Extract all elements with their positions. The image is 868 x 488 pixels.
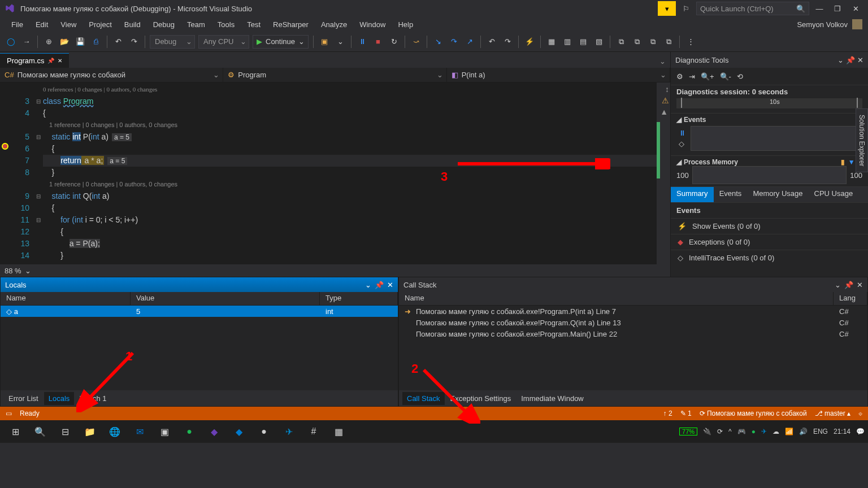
locals-grid[interactable]: ◇ a 5 int [1,306,398,390]
comment-icon[interactable]: ⧉ [646,36,659,48]
zoom-level[interactable]: 88 % [5,267,21,275]
publish-icon[interactable]: ↑ 2 [663,409,672,417]
step-out-icon[interactable]: ↗ [463,36,476,48]
avatar-icon[interactable] [852,19,862,29]
close-icon[interactable]: ✕ [387,281,393,289]
step-into-icon[interactable]: ↘ [432,36,444,48]
app-icon[interactable]: ▦ [327,421,350,442]
callstack-row[interactable]: Помогаю маме гуляю с собакой.exe!Program… [399,317,867,328]
task-view-icon[interactable]: ⊟ [53,421,77,442]
r-redo-icon[interactable]: ↷ [501,36,514,48]
obs-icon[interactable]: ● [252,421,276,442]
arrow-up-icon[interactable]: ▲ [660,107,668,116]
pin-icon[interactable]: 📌 [375,281,384,289]
undo-icon[interactable]: ↶ [112,36,124,48]
fold-gutter[interactable]: ⊟ ⊟ ⊟ ⊟ ⊟ [34,82,43,264]
locals-row[interactable]: ◇ a 5 int [1,306,398,317]
bookmark2-icon[interactable]: ⧉ [631,36,643,48]
pause-icon[interactable]: ⏸ [356,36,368,48]
search-icon[interactable]: 🔍 [28,421,52,442]
lang-indicator[interactable]: ENG [813,428,828,435]
show-next-icon[interactable]: ⤻ [410,36,422,48]
zoom-dropdown-icon[interactable]: ⌄ [25,267,31,275]
tab-watch1[interactable]: Watch 1 [75,392,111,405]
intellitrace-item[interactable]: ◇IntelliTrace Events (0 of 0) [671,250,868,265]
close-icon[interactable]: ✕ [857,56,863,64]
close-tab-icon[interactable]: ✕ [58,58,62,64]
bc-method[interactable]: ◧P(int a) [447,68,670,82]
export-icon[interactable]: ⇥ [689,72,695,81]
nav-fwd-icon[interactable]: → [20,36,33,48]
code-editor[interactable]: 34 5678 91011121314 1617 1819 ⊟ ⊟ ⊟ ⊟ ⊟ … [0,82,670,264]
slack-icon[interactable]: # [302,421,326,442]
stop-icon[interactable]: ■ [372,36,384,48]
callstack-row[interactable]: Помогаю маме гуляю с собакой.exe!Program… [399,328,867,339]
exceptions-item[interactable]: ◆Exceptions (0 of 0) [671,234,868,250]
menu-window[interactable]: Window [354,19,391,30]
stack-icon[interactable]: ⋮ [684,36,697,48]
chrome-icon[interactable]: 🌐 [103,421,127,442]
save-all-icon[interactable]: ⎙ [90,36,102,48]
layout3-icon[interactable]: ▤ [577,36,589,48]
solution-explorer-tab[interactable]: Solution Explorer [856,108,868,172]
reset-icon[interactable]: ⟲ [737,72,743,81]
menu-view[interactable]: View [55,19,82,30]
events-chart[interactable] [691,126,860,151]
intellitrace-icon[interactable]: ⚡ [523,36,536,48]
callstack-grid[interactable]: ➜ Помогаю маме гуляю с собакой.exe!Progr… [399,306,867,390]
close-button[interactable]: ✕ [848,1,863,16]
process-icon[interactable]: ▣ [318,36,331,48]
layout4-icon[interactable]: ▧ [593,36,605,48]
plug-icon[interactable]: 🔌 [703,428,711,435]
volume-icon[interactable]: 🔊 [799,428,808,435]
sync-icon[interactable]: ⟐ [858,409,862,417]
menu-analyze[interactable]: Analyze [315,19,353,30]
menu-debug[interactable]: Debug [147,19,180,30]
notifications-icon[interactable]: 💬 [856,428,865,435]
breakpoint-icon[interactable] [2,143,8,150]
feedback-icon[interactable]: ⚐ [678,1,694,16]
telegram-tray-icon[interactable]: ✈ [761,428,767,435]
tab-menu-icon[interactable]: ⌄ [655,55,670,68]
chevron-up-icon[interactable]: ^ [728,428,732,435]
locals-header[interactable]: Locals ⌄📌✕ [1,277,398,292]
menu-icon[interactable]: ⌄ [835,281,841,289]
menu-edit[interactable]: Edit [30,19,54,30]
new-icon[interactable]: ⊕ [42,36,55,48]
continue-button[interactable]: ▶ Continue ⌄ [253,35,309,49]
tab-immediate[interactable]: Immediate Window [517,392,588,405]
breakpoint-gutter[interactable] [0,82,11,264]
platform-combo[interactable]: Any CPU [198,35,249,49]
split-icon[interactable]: ↕ [665,85,669,94]
zoom-in-icon[interactable]: 🔍+ [701,72,714,81]
show-events-item[interactable]: ⚡Show Events (0 of 0) [671,218,868,234]
uncomment-icon[interactable]: ⧉ [662,36,675,48]
spotify-tray-icon[interactable]: ● [752,428,756,435]
diag-menu-icon[interactable]: ⌄ [837,56,844,64]
project-label[interactable]: ⟳ Помогаю маме гуляю с собакой [700,409,807,417]
bookmark-icon[interactable]: ⧉ [615,36,627,48]
diag-tab-events[interactable]: Events [714,187,748,202]
clock[interactable]: 21:14 [834,428,850,435]
gc-icon[interactable]: ▼ [848,158,855,166]
close-icon[interactable]: ✕ [857,281,863,289]
start-icon[interactable]: ⊞ [3,421,27,442]
pin-icon[interactable]: 📌 [47,58,54,64]
vscode-icon[interactable]: ◆ [227,421,251,442]
menu-resharper[interactable]: ReSharper [267,19,314,30]
menu-icon[interactable]: ⌄ [365,281,371,289]
open-icon[interactable]: 📂 [58,36,71,48]
restart-icon[interactable]: ↻ [388,36,400,48]
config-combo[interactable]: Debug [150,35,195,49]
menu-project[interactable]: Project [83,19,117,30]
cloud-icon[interactable]: ☁ [772,428,779,435]
minimap[interactable]: ↕ ⚠ ▲ [657,82,670,264]
quick-launch-input[interactable]: Quick Launch (Ctrl+Q) 🔍 [696,2,809,15]
collapse-icon[interactable]: ◢ [676,158,682,166]
tab-locals[interactable]: Locals [44,392,75,405]
tab-error-list[interactable]: Error List [4,392,43,405]
vs-icon[interactable]: ◆ [202,421,226,442]
callstack-row[interactable]: ➜ Помогаю маме гуляю с собакой.exe!Progr… [399,306,867,317]
wifi-icon[interactable]: 📶 [785,428,793,435]
battery-indicator[interactable]: 77% [679,428,697,435]
